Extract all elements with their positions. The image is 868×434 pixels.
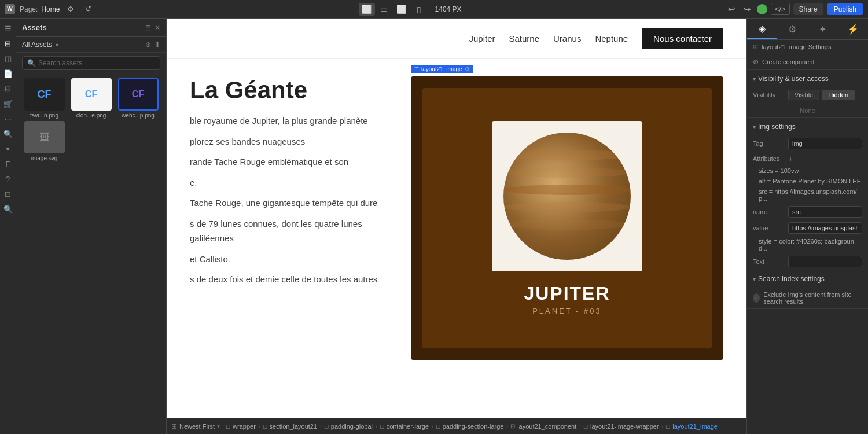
desktop-device-btn[interactable]: ⬜ — [359, 3, 375, 16]
speed-tab[interactable]: ⚡ — [838, 19, 868, 39]
asset-thumbnail: CF — [71, 78, 112, 111]
left-icon-bar: ☰ ⊞ ◫ 📄 ⊟ 🛒 ⋯ 🔍 ✦ F ? ⊡ 🔍 — [0, 19, 16, 434]
site-image-area: ☰ layout21_image ⚙ — [411, 76, 723, 360]
attr-text-1: sizes = 100vw — [759, 167, 862, 174]
visible-button[interactable]: Visible — [788, 90, 819, 100]
list-item[interactable]: CF favi...n.png — [22, 78, 67, 119]
style-attr-row: style = color: #40260c; background... — [747, 236, 868, 253]
nav-cta-button[interactable]: Nous contacter — [642, 28, 723, 49]
bc-text-2[interactable]: padding-global — [331, 423, 373, 430]
body-para-1: ble royaume de Jupiter, la plus grande p… — [190, 113, 388, 128]
bc-text-1[interactable]: section_layout21 — [270, 423, 318, 430]
attributes-label: Attributes — [753, 155, 785, 162]
nav-link-jupiter[interactable]: Jupiter — [469, 34, 495, 43]
upload-asset-icon[interactable]: ⬆ — [155, 41, 160, 49]
exclude-toggle-icon[interactable]: ○ — [753, 293, 760, 303]
search-input[interactable] — [38, 59, 155, 67]
assets-grid: CF favi...n.png CF clon...e.png CF — [16, 73, 166, 166]
apps-icon[interactable]: ⊡ — [2, 187, 14, 200]
assets-icon[interactable]: ⊞ — [2, 37, 14, 50]
breadcrumb-item: ◻ wrapper — [226, 423, 256, 430]
navigator-icon[interactable]: ☰ — [2, 22, 14, 35]
bc-text-3[interactable]: container-large — [387, 423, 429, 430]
pages-icon[interactable]: 📄 — [2, 67, 14, 80]
mobile-landscape-btn[interactable]: ⬜ — [393, 3, 410, 16]
breadcrumb-item: ◻ layout21_image — [665, 423, 718, 430]
collapse-icon: ▾ — [753, 76, 756, 82]
asset-name: favi...n.png — [30, 112, 58, 119]
style-tab[interactable]: ◈ — [747, 19, 777, 39]
undo-btn[interactable]: ↩ — [726, 3, 738, 16]
close-assets-icon[interactable]: ✕ — [155, 24, 160, 32]
collapse-panel-icon[interactable]: ⊟ — [145, 24, 151, 32]
search-icon: 🔍 — [27, 59, 36, 67]
bc-text-6[interactable]: layout21-image-wrapper — [590, 423, 659, 430]
redo-btn[interactable]: ↪ — [741, 3, 753, 16]
share-button[interactable]: Share — [793, 3, 823, 15]
img-settings-header[interactable]: ▾ Img settings — [747, 118, 868, 135]
canvas-area: Jupiter Saturne Uranus Neptune Nous cont… — [167, 19, 746, 434]
logic-icon[interactable]: ⋯ — [2, 112, 14, 125]
style-attr-text: style = color: #40260c; background... — [759, 238, 862, 252]
attr-text-2: alt = Pantone Planet by SIMON LEE — [759, 178, 862, 185]
interactions-icon[interactable]: ✦ — [2, 142, 14, 155]
check-icon: ☑ — [753, 44, 758, 50]
components-icon[interactable]: ◫ — [2, 52, 14, 65]
tag-input[interactable] — [788, 138, 862, 149]
ecommerce-icon[interactable]: 🛒 — [2, 97, 14, 110]
assets-search-bar[interactable]: 🔍 — [22, 56, 160, 70]
seo-icon[interactable]: 🔍 — [2, 127, 14, 140]
attributes-row: Attributes + — [747, 152, 868, 165]
list-item[interactable]: 🖼 image.svg — [22, 121, 67, 161]
value-input[interactable] — [788, 222, 862, 234]
page-title: La Géante — [190, 76, 388, 104]
search-left-icon[interactable]: 🔍 — [2, 203, 14, 215]
bc-text-4[interactable]: padding-section-large — [443, 423, 504, 430]
bc-icon-5: ⊟ — [510, 423, 515, 429]
bc-text-5[interactable]: layout21_component — [517, 423, 576, 430]
jupiter-stripe-5 — [503, 219, 631, 230]
fonts-icon[interactable]: F — [2, 157, 14, 170]
create-component-btn[interactable]: ⊕ Create component — [747, 54, 868, 70]
body-para-7: s de 79 lunes connues, dont les quatre l… — [190, 216, 388, 246]
bc-text-0[interactable]: wrapper — [233, 423, 256, 430]
asset-name: clon...e.png — [76, 112, 106, 119]
element-gear-icon[interactable]: ⚙ — [465, 66, 470, 72]
search-index-header[interactable]: ▾ Search index settings — [747, 270, 868, 288]
bc-sep-2: › — [375, 423, 377, 430]
create-component-label: Create component — [762, 58, 815, 65]
mobile-portrait-btn[interactable]: ▯ — [411, 3, 427, 16]
nav-link-uranus[interactable]: Uranus — [553, 34, 581, 43]
nav-link-saturne[interactable]: Saturne — [509, 34, 539, 43]
newest-first-label[interactable]: ⊞ Newest First ▾ — [171, 422, 220, 431]
asset-thumbnail-selected: CF — [118, 78, 159, 111]
name-input[interactable] — [788, 206, 862, 218]
img-settings-title-row: ▾ Img settings — [753, 123, 796, 131]
assets-filter[interactable]: All Assets ▾ ⊕ ⬆ — [16, 37, 166, 53]
interactions-tab[interactable]: ✦ — [808, 19, 838, 39]
add-asset-icon[interactable]: ⊕ — [145, 41, 151, 49]
list-item[interactable]: CF webc...p.png — [116, 78, 160, 119]
page-settings-icon[interactable]: ⚙ — [64, 3, 77, 16]
hidden-button[interactable]: Hidden — [822, 90, 855, 100]
device-icons: ⬜ ▭ ⬜ ▯ — [359, 3, 427, 16]
history-icon[interactable]: ↺ — [82, 3, 94, 16]
list-item[interactable]: CF clon...e.png — [69, 78, 113, 119]
asset-name: image.svg — [31, 155, 58, 161]
name-label: name — [753, 208, 785, 215]
publish-button[interactable]: Publish — [827, 3, 863, 15]
text-input[interactable] — [788, 256, 862, 267]
help-icon[interactable]: ? — [2, 172, 14, 185]
bc-icon-1: ◻ — [263, 423, 267, 429]
settings-tab[interactable]: ⚙ — [777, 19, 807, 39]
add-attribute-icon[interactable]: + — [788, 154, 793, 163]
code-icon[interactable]: </> — [771, 3, 790, 15]
bc-text-7[interactable]: layout21_image — [672, 423, 718, 430]
site-content: La Géante ble royaume de Jupiter, la plu… — [167, 59, 746, 377]
site-text: La Géante ble royaume de Jupiter, la plu… — [190, 76, 388, 360]
cms-icon[interactable]: ⊟ — [2, 82, 14, 95]
jupiter-planet — [503, 133, 631, 260]
nav-link-neptune[interactable]: Neptune — [595, 34, 628, 43]
tablet-device-btn[interactable]: ▭ — [376, 3, 392, 16]
visibility-section-header[interactable]: ▾ Visibility & user access — [747, 70, 868, 87]
